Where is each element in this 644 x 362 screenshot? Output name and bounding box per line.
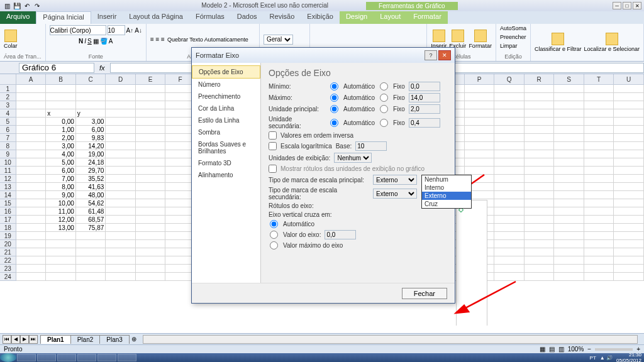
undo-icon[interactable]: ↶ (23, 1, 31, 10)
cell[interactable]: 3,00 (46, 142, 76, 150)
row-header[interactable]: 5 (0, 118, 16, 126)
cell[interactable]: 29,70 (76, 167, 106, 175)
cell[interactable] (554, 183, 584, 191)
cell[interactable] (76, 240, 106, 248)
cell[interactable] (494, 191, 525, 199)
cell[interactable]: 14,20 (76, 142, 106, 150)
insert-cells[interactable]: Inserir (431, 30, 447, 49)
row-header[interactable]: 18 (0, 224, 16, 232)
taskbar-app1[interactable] (77, 354, 96, 361)
cell[interactable] (584, 134, 614, 142)
cell[interactable] (584, 240, 614, 248)
cell[interactable] (76, 256, 106, 265)
cell[interactable] (136, 109, 166, 118)
cell[interactable] (16, 126, 47, 134)
delete-cells[interactable]: Excluir (449, 30, 466, 49)
shrink-font-icon[interactable]: A↓ (135, 27, 142, 34)
dialog-nav-item[interactable]: Cor da Linha (192, 102, 260, 114)
cell[interactable] (554, 175, 584, 183)
cell[interactable] (554, 232, 584, 240)
col-header[interactable]: T (584, 74, 614, 84)
cell[interactable] (16, 199, 47, 207)
row-header[interactable]: 21 (0, 248, 16, 256)
major-auto-radio[interactable] (330, 105, 338, 113)
cell[interactable] (16, 207, 47, 216)
cell[interactable] (614, 224, 644, 232)
view-layout-icon[interactable]: ▤ (549, 346, 555, 353)
log-check[interactable] (269, 142, 277, 150)
cell[interactable] (136, 175, 166, 183)
cell[interactable] (584, 256, 614, 265)
cell[interactable] (106, 150, 136, 158)
cell[interactable] (136, 183, 166, 191)
cell[interactable] (554, 101, 584, 109)
cell[interactable] (584, 273, 614, 281)
cell[interactable] (614, 101, 644, 109)
cell[interactable] (494, 109, 525, 118)
cell[interactable] (136, 191, 166, 199)
cell[interactable] (136, 224, 166, 232)
cell[interactable] (76, 248, 106, 256)
cell[interactable] (106, 101, 136, 109)
tab-view[interactable]: Exibição (301, 11, 340, 24)
taskbar-media[interactable] (57, 354, 76, 361)
format-cells[interactable]: Formatar (469, 30, 492, 49)
find-select[interactable]: Localizar e Selecionar (584, 33, 640, 52)
cell[interactable]: 11,00 (46, 207, 76, 216)
cell[interactable] (46, 240, 76, 248)
cell[interactable] (554, 134, 584, 142)
cell[interactable]: 2,00 (46, 134, 76, 142)
cell[interactable] (16, 109, 47, 118)
dialog-nav-item[interactable]: Estilo da Linha (192, 114, 260, 126)
cell[interactable] (525, 175, 555, 183)
cell[interactable] (16, 158, 47, 167)
cell[interactable] (106, 191, 136, 199)
cell[interactable] (525, 273, 555, 281)
cell[interactable] (106, 256, 136, 265)
cell[interactable] (494, 142, 525, 150)
cell[interactable] (106, 248, 136, 256)
cell[interactable] (584, 158, 614, 167)
cell[interactable] (16, 224, 47, 232)
max-fixed-radio[interactable] (380, 94, 388, 102)
cell[interactable] (494, 265, 525, 273)
cell[interactable] (16, 85, 47, 93)
cell[interactable] (554, 167, 584, 175)
fx-icon[interactable]: fx (99, 64, 105, 72)
cell[interactable] (106, 183, 136, 191)
cell[interactable]: 75,87 (76, 224, 106, 232)
taskbar-explorer[interactable] (37, 354, 56, 361)
cell[interactable] (136, 248, 166, 256)
cell[interactable] (494, 240, 525, 248)
file-tab[interactable]: Arquivo (0, 11, 36, 24)
cell[interactable] (106, 85, 136, 93)
clear[interactable]: Limpar (500, 43, 518, 49)
cell[interactable] (16, 191, 47, 199)
cell[interactable]: 4,00 (46, 150, 76, 158)
cell[interactable] (106, 224, 136, 232)
tray-lang[interactable]: PT (590, 355, 596, 361)
cell[interactable]: x (46, 109, 76, 118)
cell[interactable] (494, 85, 525, 93)
row-header[interactable]: 23 (0, 265, 16, 273)
cell[interactable] (554, 158, 584, 167)
cell[interactable] (584, 199, 614, 207)
dialog-nav-item[interactable]: Sombra (192, 126, 260, 138)
cell[interactable] (584, 265, 614, 273)
cell[interactable] (584, 207, 614, 216)
cell[interactable]: 8,00 (46, 183, 76, 191)
reverse-check[interactable] (269, 131, 277, 140)
cell[interactable] (136, 273, 166, 281)
dialog-nav-item[interactable]: Alinhamento (192, 169, 260, 181)
cell[interactable]: 3,00 (76, 118, 106, 126)
cell[interactable] (465, 93, 495, 101)
cell[interactable] (554, 240, 584, 248)
cell[interactable] (494, 118, 525, 126)
cell[interactable]: 41,63 (76, 183, 106, 191)
redo-icon[interactable]: ↷ (33, 1, 42, 10)
select-all[interactable] (0, 74, 16, 84)
cell[interactable] (584, 224, 614, 232)
cell[interactable] (465, 126, 495, 134)
cell[interactable]: 0,00 (46, 118, 76, 126)
cell[interactable] (494, 273, 525, 281)
